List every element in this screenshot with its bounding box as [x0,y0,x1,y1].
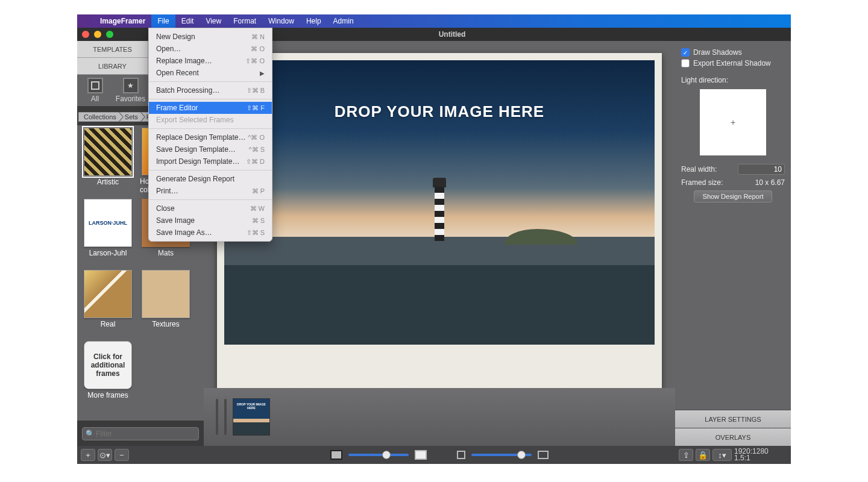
frame-more[interactable]: Click for additional framesMore frames [82,341,134,407]
frame-thumb: Click for additional frames [84,341,132,389]
light-direction-label: Light direction: [681,76,785,84]
menu-item[interactable]: Save Image As…⇧⌘ S [149,227,272,239]
star-icon: ★ [123,78,139,93]
menu-item[interactable]: Frame Editor⇧⌘ F [149,102,272,114]
show-design-report-button[interactable]: Show Design Report [694,190,772,202]
add-button[interactable]: + [81,449,95,461]
bottom-center-bar [204,446,675,464]
close-button[interactable] [82,31,89,38]
menu-item[interactable]: Open Recent▶ [149,67,272,79]
menu-item[interactable]: Batch Processing…⇧⌘ B [149,84,272,96]
paper-background: DROP YOUR IMAGE HERE [217,53,662,390]
frame-label: Larson-Juhl [89,249,127,257]
remove-button[interactable]: − [115,449,129,461]
menu-file[interactable]: File [151,14,175,28]
frame-larson[interactable]: LARSON·JUHLLarson-Juhl [82,199,134,265]
menu-item[interactable]: Replace Design Template…^⌘ O [149,131,272,143]
frame-thumb: LARSON·JUHL [84,199,132,247]
menu-item[interactable]: Save Design Template…^⌘ S [149,143,272,155]
menu-item: Export Selected Frames [149,114,272,126]
action-menu[interactable]: ⊙▾ [98,449,112,461]
light-direction-picker[interactable]: + [700,89,766,155]
zoom-button[interactable] [106,31,113,38]
thumbnail[interactable]: DROP YOUR IMAGE HERE [233,398,270,436]
frame-thumb [84,128,132,176]
chevron-right-icon: ▶ [260,70,265,77]
menu-item[interactable]: Save Image⌘ S [149,214,272,227]
menu-view[interactable]: View [200,14,227,28]
overlays-accordion[interactable]: OVERLAYS [675,428,791,446]
filter-input[interactable] [82,427,199,440]
framed-size-value: 10 x 6.67 [755,178,785,187]
lock-icon[interactable]: 🔒 [696,449,710,461]
checkbox-on-icon[interactable]: ✓ [681,48,690,57]
crumb-sets[interactable]: Sets [119,112,145,122]
frame-label: Real [101,320,116,328]
frame-label: Artistic [97,178,119,186]
frame-real[interactable]: Real [82,270,134,336]
menu-window[interactable]: Window [262,14,300,28]
system-menubar: ImageFramer File Edit View Format Window… [77,14,791,28]
menu-item[interactable]: Print…⌘ P [149,185,272,197]
zoom-slider[interactable] [348,454,409,456]
drop-text: DROP YOUR IMAGE HERE [335,102,544,121]
drag-handle-icon[interactable] [224,399,227,435]
frame-label: Mats [158,249,174,257]
drag-handle-icon[interactable] [216,399,218,435]
status-ratio: 1.5:1 [734,455,769,462]
filter-bar: 🔍 [77,422,204,446]
toolbar-favorites[interactable]: ★ Favorites [113,75,148,106]
tab-templates[interactable]: TEMPLATES [77,41,148,58]
toolbar-all[interactable]: All [77,75,113,106]
filmstrip: DROP YOUR IMAGE HERE [204,388,675,446]
fit-slider[interactable] [471,454,532,456]
menu-item[interactable]: Open…⌘ O [149,43,272,55]
menu-edit[interactable]: Edit [175,14,200,28]
frame-textures[interactable]: Textures [140,270,192,336]
app-name[interactable]: ImageFramer [94,17,151,25]
real-width-input[interactable] [738,164,785,175]
drop-zone[interactable]: DROP YOUR IMAGE HERE [224,60,655,345]
tab-library[interactable]: LIBRARY [77,58,148,75]
all-icon [87,78,103,93]
crosshair-icon: + [731,117,735,127]
menu-admin[interactable]: Admin [327,14,360,28]
breadcrumb: Collections Sets F [77,111,157,123]
menu-help[interactable]: Help [300,14,327,28]
layer-settings-accordion[interactable]: LAYER SETTINGS [675,410,791,428]
collection-toolbar: All ★ Favorites [77,75,148,106]
right-panel: ✓ Draw Shadows Export External Shadow Li… [675,41,791,464]
menu-item[interactable]: Generate Design Report [149,173,272,185]
menu-item[interactable]: New Design⌘ N [149,31,272,43]
menu-item[interactable]: Close⌘ W [149,202,272,214]
search-icon: 🔍 [86,430,95,438]
bottom-right-bar: ⇪ 🔒 ↕▾ 1920:1280 1.5:1 [675,446,791,464]
checkbox-off-icon[interactable] [681,59,690,67]
bg-color-icon[interactable] [415,450,427,460]
minimize-button[interactable] [94,31,101,38]
menu-item[interactable]: Replace Image…⇧⌘ O [149,55,272,67]
fit-large-icon[interactable] [538,451,549,459]
file-menu-dropdown: New Design⌘ NOpen…⌘ OReplace Image…⇧⌘ OO… [148,28,272,242]
menu-item[interactable]: Import Design Template…⇧⌘ D [149,155,272,167]
transform-menu[interactable]: ↕▾ [712,449,732,461]
frame-thumb [142,270,190,318]
share-icon[interactable]: ⇪ [679,449,693,461]
fit-small-icon[interactable] [457,451,465,459]
crumb-collections[interactable]: Collections [78,112,123,122]
left-tabs: TEMPLATES LIBRARY [77,41,148,75]
draw-shadows-row[interactable]: ✓ Draw Shadows [681,48,785,57]
export-shadow-row[interactable]: Export External Shadow [681,59,785,67]
frame-label: Textures [152,320,179,328]
framed-size-label: Framed size: [681,178,723,187]
frame-label: More frames [87,391,128,399]
canvas-area: DROP YOUR IMAGE HERE DROP YOUR IMAGE HER… [204,41,675,446]
bottom-left-bar: + ⊙▾ − [77,446,204,464]
app-window: ImageFramer File Edit View Format Window… [77,14,791,464]
frame-artistic[interactable]: Artistic [82,128,134,194]
bg-toggle-icon[interactable] [330,450,342,460]
frame-thumb [84,270,132,318]
real-width-label: Real width: [681,165,717,174]
menu-format[interactable]: Format [227,14,262,28]
